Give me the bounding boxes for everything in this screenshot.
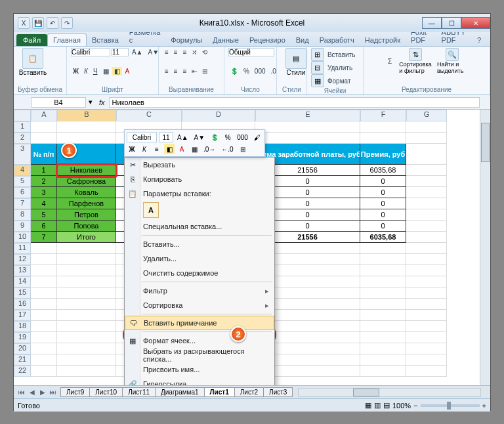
- row-header[interactable]: 3: [14, 144, 31, 165]
- ctx-clear[interactable]: Очистить содержимое: [125, 266, 274, 280]
- col-header-f[interactable]: F: [360, 110, 406, 121]
- italic-button[interactable]: К: [82, 67, 90, 75]
- view-break-icon[interactable]: ▤: [383, 401, 390, 410]
- sheet-tab[interactable]: Лист10: [89, 387, 123, 397]
- col-header-d[interactable]: D: [182, 110, 255, 121]
- number-format-select[interactable]: [228, 48, 274, 56]
- ctx-insert-comment[interactable]: 🗨Вставить примечание: [125, 316, 274, 330]
- mt-font-size[interactable]: 11: [159, 132, 173, 142]
- help-icon[interactable]: ?: [472, 34, 486, 46]
- vertical-scrollbar[interactable]: [480, 110, 490, 385]
- sort-filter-button[interactable]: ⇅ Сортировка и фильтр: [400, 48, 430, 74]
- sheet-tab[interactable]: Лист2: [234, 387, 264, 397]
- mt-font-color-icon[interactable]: A: [177, 144, 187, 154]
- sheet-nav-last-icon[interactable]: ⏭: [48, 389, 58, 396]
- mt-fill-color-icon[interactable]: ◧: [164, 144, 175, 154]
- mt-align-center-icon[interactable]: ≡: [152, 144, 162, 154]
- tab-home[interactable]: Главная: [47, 33, 87, 46]
- align-left-icon[interactable]: ≡: [163, 67, 171, 75]
- autosum-icon[interactable]: Σ: [386, 57, 394, 66]
- tab-insert[interactable]: Вставка: [87, 34, 124, 46]
- row-header[interactable]: 9: [14, 221, 31, 232]
- tab-view[interactable]: Вид: [291, 34, 314, 46]
- align-bottom-icon[interactable]: ≡: [181, 48, 189, 56]
- ctx-sort[interactable]: Сортировка▸: [125, 298, 274, 312]
- save-icon[interactable]: 💾: [32, 17, 44, 29]
- zoom-slider[interactable]: [421, 404, 480, 407]
- maximize-button[interactable]: ☐: [442, 17, 461, 29]
- bold-button[interactable]: Ж: [71, 67, 81, 75]
- merge-icon[interactable]: ⊞: [200, 67, 209, 75]
- redo-icon[interactable]: ↷: [61, 17, 73, 29]
- tab-data[interactable]: Данные: [207, 34, 244, 46]
- ctx-define-name[interactable]: Присвоить имя...: [125, 362, 274, 377]
- minimize-button[interactable]: —: [422, 17, 442, 29]
- border-icon[interactable]: ▦: [101, 67, 111, 75]
- horizontal-scrollbar[interactable]: [298, 388, 481, 397]
- tab-developer[interactable]: Разработч: [314, 34, 360, 46]
- tab-file[interactable]: Файл: [16, 34, 47, 46]
- selected-cell[interactable]: Николаев: [57, 165, 116, 176]
- header-bonus[interactable]: Премия, руб: [360, 144, 406, 165]
- ctx-format-cells[interactable]: ▦Формат ячеек...: [125, 333, 274, 348]
- mt-merge-icon[interactable]: ⊞: [238, 144, 248, 154]
- percent-icon[interactable]: %: [242, 67, 251, 75]
- delete-cells-button[interactable]: Удалить: [326, 64, 354, 72]
- select-all-box[interactable]: [14, 110, 31, 121]
- tab-formulas[interactable]: Формулы: [165, 34, 207, 46]
- paste-button[interactable]: 📋 Вставить: [18, 48, 48, 76]
- row-header[interactable]: 10: [14, 232, 31, 243]
- indent-dec-icon[interactable]: ⇤: [190, 67, 199, 75]
- namebox-dropdown-icon[interactable]: ▾: [86, 98, 95, 106]
- row-header[interactable]: 8: [14, 209, 31, 221]
- sheet-tab-active[interactable]: Лист1: [204, 387, 235, 397]
- view-layout-icon[interactable]: ▥: [374, 401, 381, 410]
- sheet-tab[interactable]: Лист11: [122, 387, 156, 397]
- align-top-icon[interactable]: ≡: [163, 48, 171, 56]
- align-right-icon[interactable]: ≡: [181, 67, 189, 75]
- col-header-c[interactable]: C: [116, 110, 182, 121]
- insert-cells-icon[interactable]: ⊞: [311, 48, 324, 61]
- grow-font-icon[interactable]: A▲: [130, 48, 145, 56]
- sheet-tab[interactable]: Лист9: [60, 387, 90, 397]
- view-normal-icon[interactable]: ▦: [365, 401, 371, 410]
- scroll-thumb[interactable]: [481, 123, 490, 162]
- mt-grow-font-icon[interactable]: A▲: [175, 132, 190, 142]
- sheet-nav-prev-icon[interactable]: ◀: [27, 389, 37, 396]
- comma-icon[interactable]: 000: [253, 67, 268, 75]
- mt-border-icon[interactable]: ▦: [189, 144, 200, 154]
- col-header-g[interactable]: G: [406, 110, 447, 121]
- ctx-copy[interactable]: ⎘Копировать: [125, 172, 274, 186]
- mt-shrink-font-icon[interactable]: A▼: [192, 132, 207, 142]
- orientation-icon[interactable]: ⤭: [190, 48, 199, 56]
- excel-icon[interactable]: X: [18, 17, 30, 29]
- wrap-text-icon[interactable]: ⟲: [200, 48, 209, 56]
- fill-color-icon[interactable]: ◧: [112, 67, 122, 75]
- ctx-paste-option-a[interactable]: A: [143, 202, 159, 218]
- ctx-paste-special[interactable]: Специальная вставка...: [125, 219, 274, 234]
- ctx-filter[interactable]: Фильтр▸: [125, 284, 274, 298]
- mt-italic-button[interactable]: К: [139, 144, 150, 154]
- sheet-nav-next-icon[interactable]: ▶: [37, 389, 48, 396]
- sheet-tab[interactable]: Лист3: [263, 387, 293, 397]
- sheet-tab[interactable]: Диаграмма1: [155, 387, 205, 397]
- font-size-select[interactable]: [112, 48, 129, 56]
- zoom-level[interactable]: 100%: [392, 402, 411, 410]
- align-middle-icon[interactable]: ≡: [172, 48, 180, 56]
- name-box[interactable]: B4: [31, 97, 86, 108]
- mt-decimal-inc-icon[interactable]: .0→: [201, 144, 217, 154]
- zoom-handle[interactable]: [447, 402, 451, 410]
- ctx-hyperlink[interactable]: 🔗Гиперссылка...: [125, 377, 274, 385]
- ctx-delete[interactable]: Удалить...: [125, 251, 274, 266]
- col-header-b[interactable]: B: [57, 110, 116, 121]
- col-header-a[interactable]: A: [31, 110, 57, 121]
- mt-currency-icon[interactable]: 💲: [209, 132, 220, 142]
- row-header[interactable]: 1: [14, 121, 31, 133]
- ctx-insert[interactable]: Вставить...: [125, 237, 274, 251]
- row-header[interactable]: 5: [14, 176, 31, 187]
- underline-button[interactable]: Ч: [91, 67, 100, 75]
- tab-review[interactable]: Рецензиро: [244, 34, 291, 46]
- font-color-icon[interactable]: A: [123, 67, 132, 75]
- zoom-in-button[interactable]: +: [482, 402, 486, 410]
- row-header[interactable]: 7: [14, 198, 31, 209]
